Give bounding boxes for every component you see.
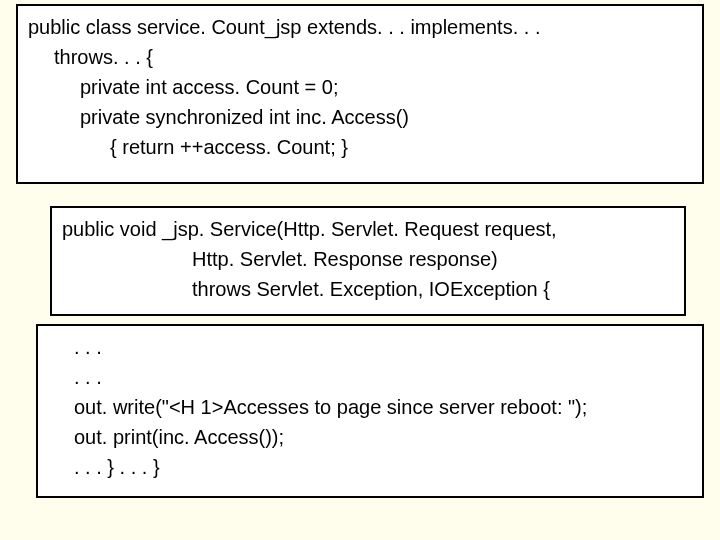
code-line: . . . } . . . } bbox=[48, 452, 692, 482]
code-line: out. print(inc. Access()); bbox=[48, 422, 692, 452]
code-line: . . . bbox=[48, 332, 692, 362]
code-line: private int access. Count = 0; bbox=[28, 72, 692, 102]
code-line: out. write("<H 1>Accesses to page since … bbox=[48, 392, 692, 422]
code-line: . . . bbox=[48, 362, 692, 392]
code-line: { return ++access. Count; } bbox=[28, 132, 692, 162]
code-line: throws Servlet. Exception, IOException { bbox=[62, 274, 674, 304]
code-line: public class service. Count_jsp extends.… bbox=[28, 12, 692, 42]
code-line: throws. . . { bbox=[28, 42, 692, 72]
code-line: Http. Servlet. Response response) bbox=[62, 244, 674, 274]
code-block-method-body: . . . . . . out. write("<H 1>Accesses to… bbox=[36, 324, 704, 498]
code-line: public void _jsp. Service(Http. Servlet.… bbox=[62, 214, 674, 244]
code-block-method-signature: public void _jsp. Service(Http. Servlet.… bbox=[50, 206, 686, 316]
code-line: private synchronized int inc. Access() bbox=[28, 102, 692, 132]
code-block-class-declaration: public class service. Count_jsp extends.… bbox=[16, 4, 704, 184]
